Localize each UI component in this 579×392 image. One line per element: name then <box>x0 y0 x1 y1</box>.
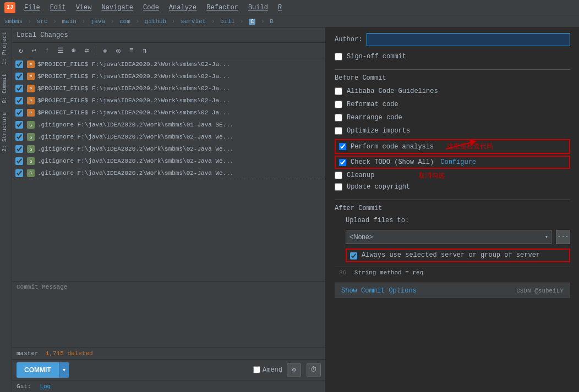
file-checkbox-4[interactable] <box>15 97 23 104</box>
breadcrumb-src[interactable]: src <box>37 18 48 25</box>
list-item[interactable]: G .gitignore F:\java\IDEA2020.2\Work\smb… <box>12 167 325 179</box>
file-name-9: .gitignore F:\java\IDEA2020.2\Work\smbms… <box>37 158 233 164</box>
sync-button[interactable]: ⇄ <box>81 45 92 56</box>
list-item[interactable]: G .gitignore F:\java\IDEA2020.2\Work\smb… <box>12 119 325 131</box>
file-name-4: $PROJECT_FILE$ F:\java\IDEA2020.2\Work\s… <box>37 97 230 104</box>
file-checkbox-10[interactable] <box>15 169 23 177</box>
app-logo: IJ <box>4 2 15 13</box>
list-item[interactable]: P $PROJECT_FILE$ F:\java\IDEA2020.2\Work… <box>12 107 325 119</box>
rearrange-checkbox[interactable] <box>335 114 342 122</box>
gear-button[interactable]: ⚙ <box>287 363 301 377</box>
section-divider-1 <box>335 69 570 70</box>
menu-build[interactable]: Build <box>244 3 272 13</box>
tab-project[interactable]: 1: Project <box>0 27 12 69</box>
commit-main-button[interactable]: COMMIT <box>17 362 59 378</box>
menu-code[interactable]: Code <box>139 3 163 13</box>
left-panel: Local Changes ↻ ↩ ↑ ☰ ⊕ ⇄ ✚ ◎ ≡ ⇅ <box>12 27 326 392</box>
eye-button[interactable]: ◎ <box>113 45 124 56</box>
menu-file[interactable]: File <box>20 3 45 13</box>
upload-section: Upload files to: <None> ▾ ··· <box>335 217 570 264</box>
list-item[interactable]: P $PROJECT_FILE$ F:\java\IDEA2020.2\Work… <box>12 58 325 70</box>
configure-link[interactable]: Configure <box>440 158 476 166</box>
menu-refactor[interactable]: Refactor <box>202 3 243 13</box>
commit-button-group[interactable]: COMMIT ▾ <box>17 362 69 378</box>
breadcrumb-java[interactable]: java <box>91 18 105 25</box>
sort-button[interactable]: ⇅ <box>139 45 150 56</box>
breadcrumb-bill[interactable]: bill <box>220 18 234 25</box>
breadcrumb-b[interactable]: B <box>270 18 274 25</box>
menu-edit[interactable]: Edit <box>46 3 70 13</box>
always-use-checkbox[interactable] <box>350 252 357 260</box>
list-button[interactable]: ☰ <box>55 45 66 56</box>
breadcrumb-com[interactable]: com <box>119 18 130 25</box>
author-label: Author: <box>335 36 362 43</box>
commit-message-input[interactable] <box>12 292 325 347</box>
list-item[interactable]: G .gitignore F:\java\IDEA2020.2\Work\smb… <box>12 131 325 143</box>
author-input[interactable] <box>367 33 570 46</box>
menu-view[interactable]: View <box>72 3 96 13</box>
upload-select-row: <None> ▾ ··· <box>346 230 570 244</box>
update-copyright-row: Update copyright <box>335 182 570 192</box>
code-preview: 36 String method = req <box>335 267 570 278</box>
check-todo-checkbox[interactable] <box>339 159 346 166</box>
list-item[interactable]: P $PROJECT_FILE$ F:\java\IDEA2020.2\Work… <box>12 82 325 95</box>
menu-run[interactable]: R <box>274 3 286 13</box>
menu-bar: IJ File Edit View Navigate Code Analyze … <box>0 0 579 15</box>
tab-commit[interactable]: 0: Commit <box>0 69 12 108</box>
file-checkbox-6[interactable] <box>15 121 23 129</box>
vertical-tabs: 1: Project 0: Commit 2: Structure <box>0 27 12 392</box>
list-item[interactable]: G .gitignore F:\java\IDEA2020.2\Work\smb… <box>12 155 325 167</box>
commit-dropdown-button[interactable]: ▾ <box>59 362 69 378</box>
breadcrumb-github[interactable]: github <box>145 18 167 25</box>
file-icon-git5: G <box>26 169 35 178</box>
upload-select[interactable]: <None> <box>346 230 551 244</box>
breadcrumb-smbms[interactable]: smbms <box>4 18 23 25</box>
after-commit-label: After Commit <box>335 205 570 212</box>
git-label: Git: <box>17 383 31 390</box>
up-button[interactable]: ↑ <box>42 45 53 56</box>
list-item[interactable]: P $PROJECT_FILE$ F:\java\IDEA2020.2\Work… <box>12 70 325 82</box>
refresh-button[interactable]: ↻ <box>15 45 26 56</box>
sign-off-row: Sign-off commit <box>335 52 570 62</box>
sign-off-checkbox[interactable] <box>335 53 342 60</box>
file-checkbox-7[interactable] <box>15 133 23 141</box>
cleanup-checkbox[interactable] <box>335 172 342 179</box>
alibaba-label: Alibaba Code Guidelines <box>347 87 438 95</box>
upload-more-button[interactable]: ··· <box>556 230 570 244</box>
line-number: 36 <box>339 269 346 276</box>
optimize-checkbox[interactable] <box>335 127 342 135</box>
alibaba-checkbox[interactable] <box>335 87 342 95</box>
menu-navigate[interactable]: Navigate <box>97 3 138 13</box>
perform-analysis-checkbox[interactable] <box>339 143 346 150</box>
breadcrumb-main[interactable]: main <box>62 18 76 25</box>
update-copyright-checkbox[interactable] <box>335 183 342 191</box>
list-item[interactable]: P $PROJECT_FILE$ F:\java\IDEA2020.2\Work… <box>12 95 325 107</box>
upload-files-label: Upload files to: <box>346 217 409 224</box>
perform-analysis-highlighted-row: Perform code analysis 这里是检查代码 <box>335 139 570 154</box>
amend-checkbox[interactable] <box>253 366 260 373</box>
file-icon-git4: G <box>26 157 35 165</box>
reformat-checkbox[interactable] <box>335 101 342 108</box>
file-checkbox-2[interactable] <box>15 73 23 80</box>
breadcrumb-servlet[interactable]: servlet <box>181 18 206 25</box>
right-panel: Author: Sign-off commit Before Commit Al… <box>326 27 579 392</box>
download-button[interactable]: ⊕ <box>68 45 79 56</box>
file-checkbox-8[interactable] <box>15 145 23 153</box>
rearrange-row: Rearrange code <box>335 113 570 123</box>
show-commit-link[interactable]: Show Commit Options <box>341 287 417 295</box>
undo-button[interactable]: ↩ <box>29 45 40 56</box>
file-checkbox-9[interactable] <box>15 157 23 165</box>
menu-analyze[interactable]: Analyze <box>165 3 201 13</box>
file-checkbox-1[interactable] <box>15 60 23 68</box>
align-button[interactable]: ≡ <box>126 45 137 56</box>
file-name-1: $PROJECT_FILE$ F:\java\IDEA2020.2\Work\s… <box>37 61 230 68</box>
file-checkbox-5[interactable] <box>15 109 23 117</box>
file-list: P $PROJECT_FILE$ F:\java\IDEA2020.2\Work… <box>12 58 325 281</box>
git-log-link[interactable]: Log <box>40 383 51 390</box>
list-item[interactable]: G .gitignore F:\java\IDEA2020.2\Work\smb… <box>12 143 325 155</box>
upload-select-wrapper: <None> ▾ <box>346 230 551 244</box>
file-checkbox-3[interactable] <box>15 85 23 92</box>
tab-structure[interactable]: 2: Structure <box>0 108 12 156</box>
add-button[interactable]: ✚ <box>100 45 111 56</box>
clock-button[interactable]: ⏱ <box>307 363 321 377</box>
